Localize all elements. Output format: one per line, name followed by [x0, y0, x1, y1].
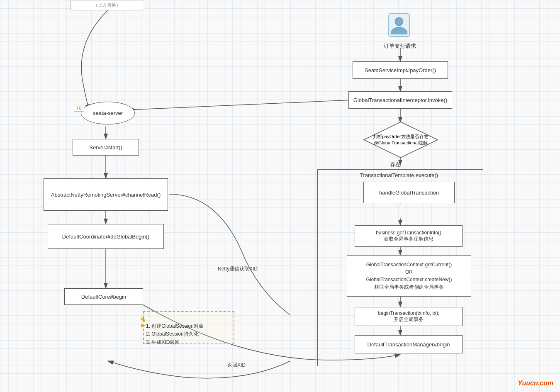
top-left-box: （上方省略）	[71, 0, 143, 10]
business-get-transaction-info-box: business.getTransactionInfo() 获取全局事务注解信息	[355, 225, 463, 247]
canvas: （上方省略） TC seata-server Server#start() Ab…	[0, 0, 560, 392]
default-core-box: DefaultCore#begin	[64, 288, 143, 305]
tc-badge: TC	[74, 105, 84, 112]
return-xid-label: 返回XID	[227, 362, 246, 369]
global-transactional-interceptor-box: GlobalTransactionalInterceptor.invoke()	[348, 91, 452, 109]
abstract-netty-box: AbstractNettyRemotingServer#channelRead(…	[44, 178, 168, 211]
default-coordinator-box: DefaultCoordinator#doGlobalBegin()	[48, 224, 164, 249]
global-transaction-context-box: GlobalTransactionContext.getCurrent() OR…	[347, 255, 471, 297]
default-transaction-manager-box: DefaultTransactionManager#begin	[355, 335, 463, 353]
transactional-template-label: TransactionalTemplate.execute()	[360, 172, 438, 178]
seata-service-impl-box: SeataServiceImpl#payOrder()	[353, 61, 448, 79]
seata-server-oval: seata-server	[81, 102, 135, 124]
diamond-box: 判断payOrder方法是否存在@GlobalTransactional注解	[363, 121, 438, 158]
user-icon	[387, 12, 411, 39]
svg-line-10	[136, 100, 352, 110]
exist-label: 存在	[390, 161, 401, 168]
watermark: Yuucn.com	[518, 380, 553, 387]
handle-global-transaction-box: handleGlobalTransaction	[363, 182, 455, 203]
netty-get-xid-label: Netty通信获取XID	[218, 265, 258, 273]
svg-point-20	[395, 17, 403, 26]
order-pay-label: 订单支付请求	[384, 42, 416, 50]
begin-transaction-box: beginTransaction(txInfo, tx); 开启全局事务	[355, 307, 463, 326]
steps-label: 1. 创建GlobalSession对象 2. GlobalSession持久化…	[146, 314, 204, 346]
server-start-box: Server#start()	[73, 139, 139, 156]
